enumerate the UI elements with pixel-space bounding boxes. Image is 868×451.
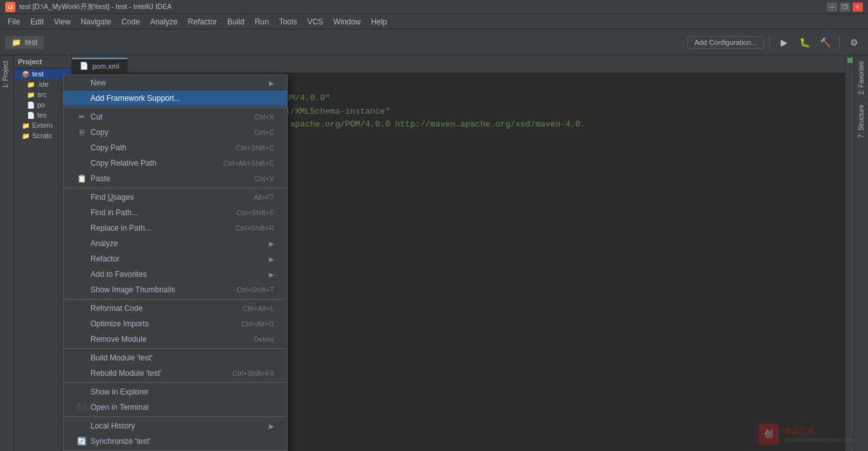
file-icon-tes: 📄 (27, 112, 35, 119)
menu-analyze[interactable]: Analyze (145, 14, 183, 29)
tree-label-extern: Extern (32, 121, 53, 129)
sidebar-tab-structure[interactable]: 7: Structure (856, 100, 867, 143)
watermark-logo: 创 (758, 424, 779, 445)
right-sidebar-tabs: 2: Favorites 7: Structure (854, 55, 868, 451)
analyze-icon (76, 238, 87, 249)
ctx-separator-2 (64, 188, 287, 188)
optimize-icon (76, 319, 87, 329)
ctx-copy-relative-path[interactable]: Copy Relative Path Ctrl+Alt+Shift+C (64, 155, 287, 171)
ctx-new[interactable]: New ▶ (64, 75, 287, 91)
toolbar-separator-2 (839, 36, 840, 49)
menu-navigate[interactable]: Navigate (76, 14, 116, 29)
ctx-remove-module[interactable]: Remove Module Delete (64, 332, 287, 347)
module-icon: 📦 (22, 71, 30, 78)
tree-label-test: test (32, 70, 44, 78)
menu-window[interactable]: Window (328, 14, 366, 29)
menu-bar: File Edit View Navigate Code Analyze Ref… (0, 14, 868, 30)
ctx-build-module[interactable]: Build Module 'test' (64, 350, 287, 366)
menu-tools[interactable]: Tools (274, 14, 302, 29)
menu-refactor[interactable]: Refactor (183, 14, 222, 29)
history-icon (76, 421, 87, 431)
panel-header: Project (14, 55, 71, 69)
ctx-copy[interactable]: ⎘ Copy Ctrl+C (64, 125, 287, 140)
copy-rel-icon (76, 158, 87, 168)
ctx-add-to-favorites[interactable]: Add to Favorites ▶ (64, 267, 287, 282)
ctx-add-framework[interactable]: Add Framework Support... (64, 91, 287, 106)
tab-label: pom.xml (92, 62, 119, 70)
ctx-refactor[interactable]: Refactor ▶ (64, 251, 287, 267)
build-button[interactable]: 🔨 (816, 33, 834, 51)
debug-button[interactable]: 🐛 (795, 33, 813, 51)
watermark-text: 创新互联 CHUANGHXINHLIAN.COM (784, 426, 855, 443)
ctx-replace-in-path[interactable]: Replace in Path... Ctrl+Shift+R (64, 220, 287, 236)
title-bar: IJ test [D:\A_MyWork\开发\test] - test - I… (0, 0, 868, 14)
tree-label-po: po (37, 101, 45, 109)
sidebar-tab-favorites[interactable]: 2: Favorites (856, 55, 867, 100)
toolbar: 📁 test Add Configuration... ▶ 🐛 🔨 ⚙ (0, 30, 868, 55)
paste-icon: 📋 (76, 173, 87, 184)
rebuild-icon (76, 368, 87, 378)
ctx-optimize-imports[interactable]: Optimize Imports Ctrl+Alt+O (64, 316, 287, 332)
copy-path-icon (76, 143, 87, 153)
menu-view[interactable]: View (49, 14, 76, 29)
thumbnails-icon (76, 285, 87, 295)
menu-edit[interactable]: Edit (25, 14, 49, 29)
menu-file[interactable]: File (3, 14, 25, 29)
explorer-icon (76, 387, 87, 397)
ctx-show-thumbnails[interactable]: Show Image Thumbnails Ctrl+Shift+T (64, 282, 287, 297)
watermark: 创 创新互联 CHUANGHXINHLIAN.COM (758, 424, 855, 445)
menu-code[interactable]: Code (116, 14, 145, 29)
sync-icon: 🔄 (76, 436, 87, 447)
folder-icon-idea: 📁 (27, 81, 35, 88)
editor-tab-pom[interactable]: 📄 pom.xml (72, 58, 128, 73)
reformat-icon (76, 303, 87, 314)
window-controls[interactable]: ─ ❐ ✕ (827, 3, 863, 12)
toolbar-separator (769, 36, 770, 49)
ctx-local-history[interactable]: Local History ▶ (64, 418, 287, 434)
ctx-reformat[interactable]: Reformat Code Ctrl+Alt+L (64, 301, 287, 316)
settings-button[interactable]: ⚙ (845, 33, 863, 51)
tree-label-tes: tes (37, 111, 47, 119)
ctx-copy-path[interactable]: Copy Path Ctrl+Shift+C (64, 140, 287, 155)
arrow-icon: ▶ (269, 80, 274, 87)
run-button[interactable]: ▶ (775, 33, 793, 51)
find-path-icon (76, 208, 87, 218)
ctx-paste[interactable]: 📋 Paste Ctrl+V (64, 171, 287, 186)
project-breadcrumb[interactable]: 📁 test (5, 36, 44, 49)
ctx-separator-3 (64, 299, 287, 299)
folder-icon-src: 📁 (27, 91, 35, 98)
menu-build[interactable]: Build (222, 14, 250, 29)
menu-vcs[interactable]: VCS (302, 14, 329, 29)
menu-help[interactable]: Help (366, 14, 392, 29)
close-button[interactable]: ✕ (853, 3, 863, 12)
file-icon-po: 📄 (27, 102, 35, 109)
ctx-open-terminal[interactable]: ⬛ Open in Terminal (64, 400, 287, 415)
folder-icon-extern: 📁 (22, 122, 30, 129)
minimize-button[interactable]: ─ (827, 3, 837, 12)
window-title: test [D:\A_MyWork\开发\test] - test - Inte… (19, 2, 827, 12)
favorites-icon (76, 269, 87, 279)
ctx-find-usages[interactable]: Find Usages Alt+F7 (64, 190, 287, 205)
ctx-cut[interactable]: ✂ Cut Ctrl+X (64, 109, 287, 125)
file-icon-xml: 📄 (80, 62, 89, 70)
folder-icon: 📁 (12, 38, 21, 47)
refactor-arrow: ▶ (269, 256, 274, 263)
folder-icon-scratch: 📁 (22, 132, 30, 139)
ctx-analyze[interactable]: Analyze ▶ (64, 236, 287, 251)
restore-button[interactable]: ❐ (840, 3, 850, 12)
context-menu: New ▶ Add Framework Support... ✂ Cut Ctr… (63, 75, 288, 451)
new-icon (76, 78, 87, 88)
terminal-icon: ⬛ (76, 402, 87, 412)
ctx-synchronize[interactable]: 🔄 Synchronize 'test' (64, 434, 287, 449)
menu-run[interactable]: Run (250, 14, 274, 29)
cut-icon: ✂ (76, 112, 87, 122)
left-sidebar-tabs: 1: Project (0, 55, 14, 451)
analyze-arrow: ▶ (269, 240, 274, 247)
ctx-rebuild-module[interactable]: Rebuild Module 'test' Ctrl+Shift+F9 (64, 366, 287, 381)
add-configuration-button[interactable]: Add Configuration... (688, 36, 764, 49)
sidebar-tab-project[interactable]: 1: Project (0, 55, 13, 93)
breadcrumb-label: test (25, 38, 37, 47)
ctx-find-in-path[interactable]: Find in Path... Ctrl+Shift+F (64, 205, 287, 220)
ctx-show-explorer[interactable]: Show in Explorer (64, 384, 287, 400)
replace-icon (76, 223, 87, 233)
